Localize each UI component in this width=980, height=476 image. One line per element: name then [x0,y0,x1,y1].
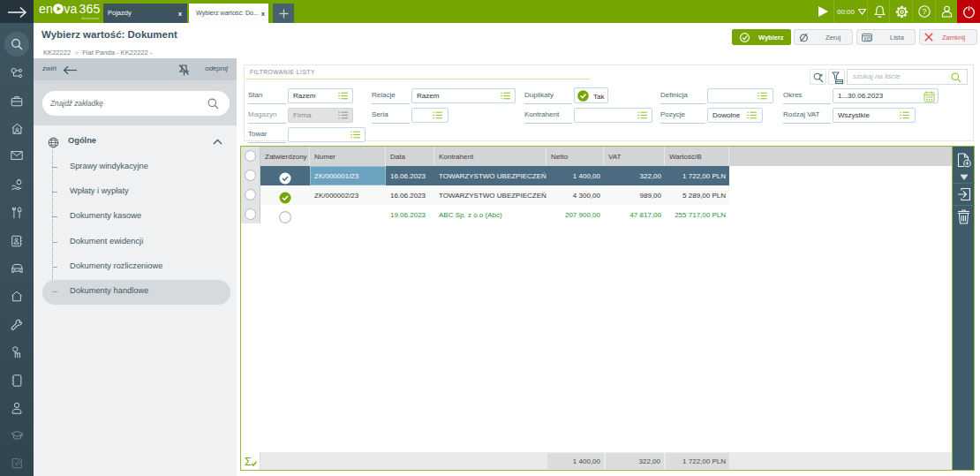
svg-text:Σ: Σ [245,456,251,468]
svg-text:?: ? [922,7,926,16]
